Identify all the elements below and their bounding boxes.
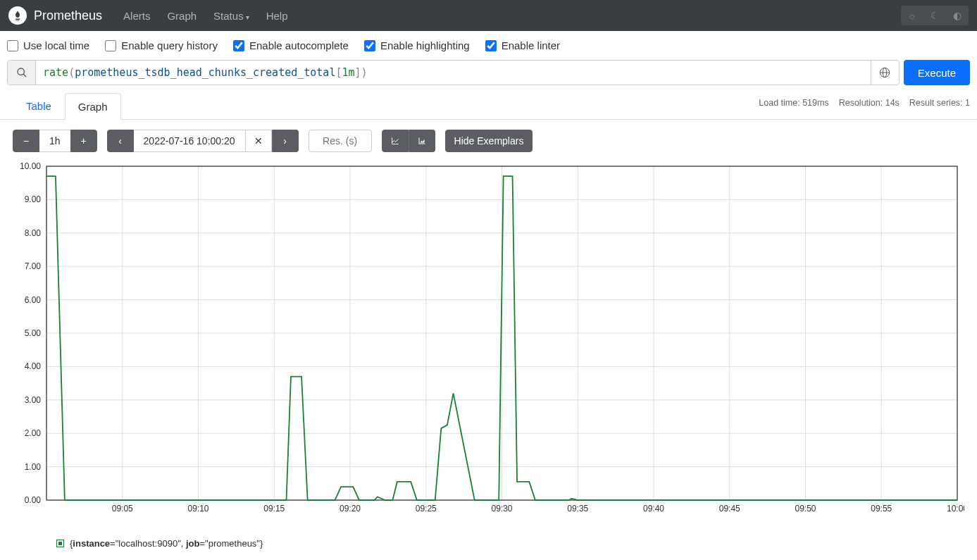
nav-link-status[interactable]: Status▾ — [206, 3, 256, 29]
line-chart-icon — [391, 135, 399, 147]
checkbox-local-time[interactable] — [7, 40, 18, 51]
minus-icon: − — [23, 135, 29, 147]
time-back-button[interactable]: ‹ — [107, 130, 134, 152]
svg-text:5.00: 5.00 — [25, 328, 42, 338]
svg-text:09:05: 09:05 — [112, 504, 133, 514]
navbar-brand[interactable]: Prometheus — [8, 6, 102, 25]
plus-icon: + — [80, 135, 86, 147]
svg-text:09:25: 09:25 — [416, 504, 437, 514]
nav-link-graph[interactable]: Graph — [160, 3, 204, 29]
chart-type-group — [382, 130, 435, 152]
meta-info: Load time: 519ms Resolution: 14s Result … — [759, 98, 970, 113]
svg-text:09:15: 09:15 — [263, 504, 285, 514]
svg-text:9.00: 9.00 — [25, 194, 42, 204]
svg-text:09:40: 09:40 — [643, 504, 664, 514]
range-group: − 1h + — [13, 130, 97, 152]
moon-icon: ☾ — [931, 10, 940, 21]
globe-button[interactable] — [871, 61, 899, 85]
globe-icon — [879, 67, 890, 78]
chevron-right-icon: › — [283, 135, 287, 147]
meta-load-time: Load time: 519ms — [759, 98, 828, 108]
chart-container: 09:0509:1009:1509:2009:2509:3009:3509:40… — [0, 162, 977, 534]
svg-text:10.00: 10.00 — [20, 162, 41, 171]
contrast-icon: ◐ — [953, 10, 962, 21]
close-icon: ✕ — [254, 135, 263, 147]
area-chart-icon — [418, 135, 426, 147]
graph-canvas[interactable]: 09:0509:1009:1509:2009:2509:3009:3509:40… — [13, 162, 964, 521]
meta-series: Result series: 1 — [909, 98, 970, 108]
theme-toggle: ☼ ☾ ◐ — [901, 6, 969, 25]
nav-link-alerts[interactable]: Alerts — [116, 3, 157, 29]
svg-text:09:30: 09:30 — [491, 504, 512, 514]
navbar: Prometheus Alerts Graph Status▾ Help ☼ ☾… — [0, 0, 977, 31]
option-highlighting[interactable]: Enable highlighting — [364, 39, 470, 51]
time-forward-button[interactable]: › — [272, 130, 299, 152]
time-group: ‹ 2022-07-16 10:00:20 ✕ › — [107, 130, 299, 152]
legend-label[interactable]: {instance="localhost:9090", job="prometh… — [70, 538, 263, 549]
svg-text:09:50: 09:50 — [795, 504, 816, 514]
legend: {instance="localhost:9090", job="prometh… — [0, 534, 977, 556]
sun-icon: ☼ — [908, 10, 917, 21]
svg-line-2 — [23, 74, 26, 77]
range-input[interactable]: 1h — [39, 130, 70, 152]
svg-text:6.00: 6.00 — [25, 295, 42, 305]
checkbox-autocomplete[interactable] — [233, 40, 244, 51]
tabs-row: Table Graph Load time: 519ms Resolution:… — [0, 85, 977, 120]
svg-text:10:00: 10:00 — [947, 504, 964, 514]
meta-resolution: Resolution: 14s — [839, 98, 900, 108]
query-input-group: rate(prometheus_tsdb_head_chunks_created… — [7, 60, 900, 85]
svg-text:09:20: 09:20 — [340, 504, 361, 514]
svg-text:8.00: 8.00 — [25, 228, 42, 238]
theme-light-button[interactable]: ☼ — [901, 6, 923, 25]
legend-swatch — [56, 540, 64, 547]
line-chart-button[interactable] — [382, 130, 409, 152]
prometheus-logo-icon — [8, 6, 27, 25]
metrics-explorer-button[interactable] — [8, 61, 36, 85]
svg-text:09:10: 09:10 — [187, 504, 209, 514]
time-input[interactable]: 2022-07-16 10:00:20 — [134, 130, 245, 152]
navbar-nav: Alerts Graph Status▾ Help — [116, 3, 901, 29]
checkbox-highlighting[interactable] — [364, 40, 375, 51]
option-autocomplete[interactable]: Enable autocomplete — [233, 39, 349, 51]
execute-button[interactable]: Execute — [904, 60, 970, 85]
time-clear-button[interactable]: ✕ — [245, 130, 272, 152]
query-input[interactable]: rate(prometheus_tsdb_head_chunks_created… — [36, 61, 871, 85]
svg-text:09:35: 09:35 — [567, 504, 588, 514]
stacked-chart-button[interactable] — [409, 130, 435, 152]
tab-graph[interactable]: Graph — [65, 93, 121, 120]
checkbox-query-history[interactable] — [105, 40, 116, 51]
graph-controls: − 1h + ‹ 2022-07-16 10:00:20 ✕ › Hide Ex… — [0, 120, 977, 162]
theme-dark-button[interactable]: ☾ — [923, 6, 946, 25]
query-row: rate(prometheus_tsdb_head_chunks_created… — [0, 60, 977, 85]
svg-text:09:55: 09:55 — [871, 504, 892, 514]
resolution-input[interactable] — [309, 130, 372, 152]
chevron-left-icon: ‹ — [118, 135, 122, 147]
svg-text:4.00: 4.00 — [25, 361, 42, 371]
svg-text:1.00: 1.00 — [25, 462, 42, 472]
option-linter[interactable]: Enable linter — [485, 39, 560, 51]
view-tabs: Table Graph — [13, 92, 121, 119]
checkbox-linter[interactable] — [485, 40, 497, 51]
svg-text:3.00: 3.00 — [25, 395, 42, 405]
option-local-time[interactable]: Use local time — [7, 39, 89, 51]
nav-link-help[interactable]: Help — [259, 3, 295, 29]
range-increase-button[interactable]: + — [70, 130, 97, 152]
svg-text:7.00: 7.00 — [25, 261, 42, 271]
svg-text:2.00: 2.00 — [25, 428, 42, 438]
tab-table[interactable]: Table — [13, 92, 65, 119]
svg-text:0.00: 0.00 — [25, 495, 42, 505]
options-row: Use local time Enable query history Enab… — [0, 31, 977, 60]
range-decrease-button[interactable]: − — [13, 130, 39, 152]
caret-down-icon: ▾ — [246, 13, 249, 21]
search-icon — [16, 67, 27, 78]
svg-text:09:45: 09:45 — [719, 504, 740, 514]
option-query-history[interactable]: Enable query history — [105, 39, 218, 51]
theme-auto-button[interactable]: ◐ — [946, 6, 969, 25]
brand-title: Prometheus — [34, 8, 102, 23]
hide-exemplars-button[interactable]: Hide Exemplars — [445, 130, 533, 152]
svg-point-1 — [18, 68, 24, 75]
